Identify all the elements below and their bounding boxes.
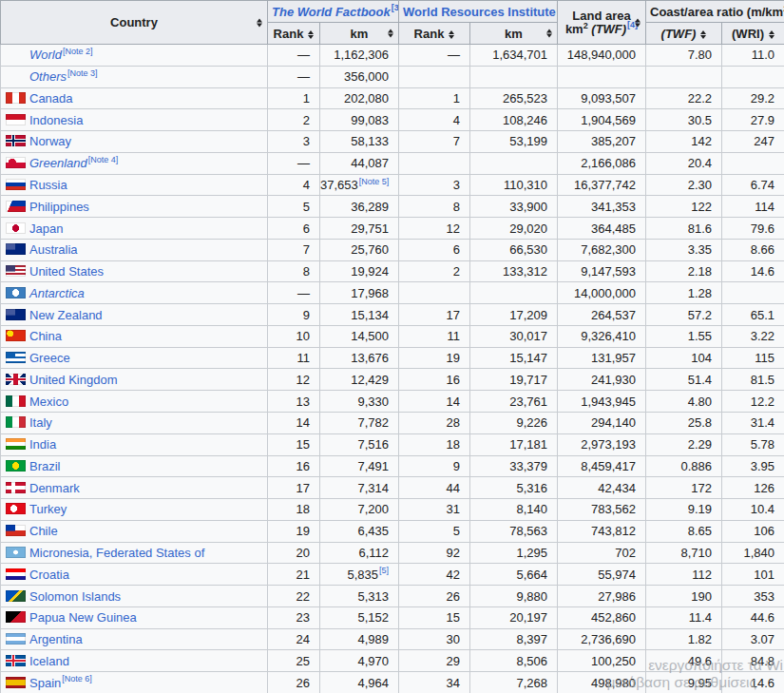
wri-rank-cell: 44 <box>399 477 470 499</box>
table-row: Greenland[Note 4]—44,0872,166,08620.4 <box>1 152 784 174</box>
country-link[interactable]: Chile <box>29 524 58 538</box>
table-row: Brazil167,491933,3798,459,4170.8863.95 <box>1 455 784 477</box>
country-cell: World[Note 2] <box>1 45 268 67</box>
country-link[interactable]: Iceland <box>29 654 69 668</box>
sort-icon[interactable] <box>546 29 552 38</box>
wri-rank-cell <box>399 152 470 174</box>
country-link[interactable]: Micronesia, Federated States of <box>29 546 204 560</box>
country-link[interactable]: Croatia <box>29 568 69 582</box>
twf-km-cell: 44,087 <box>320 152 399 174</box>
country-link[interactable]: Philippines <box>29 200 89 214</box>
country-link[interactable]: Greenland <box>29 156 87 170</box>
note-link[interactable]: [5] <box>379 566 389 575</box>
world-resources-institute-link[interactable]: World Resources Institute <box>403 5 556 19</box>
note-link[interactable]: [Note 3] <box>67 68 98 78</box>
wri-rank-cell: 7 <box>399 131 470 153</box>
country-link[interactable]: China <box>29 329 62 343</box>
sort-icon[interactable] <box>388 29 393 38</box>
country-link[interactable]: Russia <box>29 178 67 192</box>
wri-km-cell: 133,312 <box>470 260 558 282</box>
country-link[interactable]: Argentina <box>29 632 83 646</box>
sort-icon[interactable] <box>769 30 774 39</box>
ref-3-link[interactable]: [3] <box>392 3 399 12</box>
sort-icon[interactable] <box>700 30 706 39</box>
column-header-land-area[interactable]: Land area km2 (TWF)[4] <box>558 1 646 45</box>
country-link[interactable]: Italy <box>29 415 52 430</box>
table-row: Indonesia299,0834108,2461,904,56930.527.… <box>1 109 784 131</box>
country-link[interactable]: World <box>29 48 62 62</box>
country-link[interactable]: United States <box>29 264 104 279</box>
table-row: China1014,5001130,0179,326,4101.553.22 <box>1 325 784 347</box>
note-link[interactable]: [Note 5] <box>359 177 390 186</box>
ratio-wri-cell: 6.74 <box>722 174 784 196</box>
land-area-cell: 7,682,300 <box>558 239 646 260</box>
twf-rank-cell: 13 <box>268 391 320 413</box>
sort-icon[interactable] <box>635 18 641 27</box>
sort-icon[interactable] <box>449 30 454 39</box>
country-cell: Antarctica <box>1 282 268 304</box>
column-header-ratio-twf[interactable]: (TWF) <box>646 23 722 45</box>
note-link[interactable]: [Note 2] <box>63 47 93 56</box>
column-header-wri-rank[interactable]: Rank <box>399 23 470 45</box>
wri-rank-cell: 30 <box>399 628 470 650</box>
note-link[interactable]: [Note 6] <box>62 674 92 683</box>
table-row: Russia437,653[Note 5]3110,31016,377,7422… <box>1 174 784 196</box>
country-link[interactable]: Denmark <box>29 481 80 495</box>
sort-icon[interactable] <box>257 18 262 27</box>
country-link[interactable]: Antarctica <box>29 286 85 300</box>
ratio-wri-cell: 106 <box>722 520 784 542</box>
country-link[interactable]: Solomon Islands <box>29 589 121 604</box>
country-link[interactable]: Brazil <box>29 459 61 473</box>
country-link[interactable]: Turkey <box>29 502 67 516</box>
country-link[interactable]: New Zealand <box>29 308 103 322</box>
land-area-cell: 241,930 <box>558 369 646 391</box>
column-header-twf-rank[interactable]: Rank <box>268 23 320 45</box>
country-link[interactable]: United Kingdom <box>29 373 118 387</box>
land-area-cell: 148,940,000 <box>558 45 646 67</box>
twf-km-cell: 15,134 <box>320 304 399 326</box>
country-cell: United States <box>1 260 268 282</box>
table-row: Greece1113,6761915,147131,957104115 <box>1 347 784 369</box>
country-link[interactable]: Australia <box>29 242 78 257</box>
country-link[interactable]: Japan <box>29 221 63 236</box>
world-factbook-link[interactable]: The World Factbook <box>272 5 391 19</box>
flag-icon <box>6 677 26 688</box>
land-area-cell: 743,812 <box>558 520 646 542</box>
wri-rank-cell: 5 <box>399 520 470 542</box>
country-link[interactable]: Norway <box>29 134 71 148</box>
twf-km-cell: 13,676 <box>320 347 399 369</box>
country-cell: Argentina <box>1 628 268 650</box>
country-link[interactable]: Indonesia <box>29 113 83 127</box>
wri-km-cell: 8,506 <box>470 650 558 672</box>
column-header-country[interactable]: Country <box>1 1 268 45</box>
ratio-wri-cell: 8.66 <box>722 239 784 260</box>
ratio-wri-cell: 11.0 <box>722 45 784 67</box>
wri-rank-cell: — <box>399 45 470 67</box>
flag-icon <box>6 655 26 666</box>
country-cell: Canada <box>1 87 268 109</box>
country-cell: Mexico <box>1 391 268 413</box>
column-header-twf-km[interactable]: km <box>320 23 399 45</box>
country-link[interactable]: Papua New Guinea <box>29 610 137 625</box>
table-header: Country The World Factbook[3] World Reso… <box>1 1 784 45</box>
twf-km-cell: 25,760 <box>320 239 399 260</box>
country-cell: Spain[Note 6] <box>1 672 268 693</box>
country-link[interactable]: Others <box>29 69 67 84</box>
country-cell: Brazil <box>1 455 268 477</box>
country-link[interactable]: Canada <box>29 91 73 106</box>
country-link[interactable]: Greece <box>29 351 70 365</box>
ratio-twf-cell: 2.29 <box>646 433 722 455</box>
country-link[interactable]: Mexico <box>29 395 68 409</box>
twf-rank-cell: 18 <box>268 499 320 521</box>
twf-rank-cell: 11 <box>268 347 320 369</box>
column-header-wri-km[interactable]: km <box>470 23 558 45</box>
flag-icon <box>6 92 26 104</box>
country-link[interactable]: India <box>29 437 56 452</box>
land-area-cell: 100,250 <box>558 650 646 672</box>
note-link[interactable]: [Note 4] <box>88 155 119 164</box>
column-header-ratio-wri[interactable]: (WRI) <box>722 23 784 45</box>
table-row: United States819,9242133,3129,147,5932.1… <box>1 260 784 282</box>
flag-icon <box>6 590 26 602</box>
country-link[interactable]: Spain <box>29 676 61 690</box>
sort-icon[interactable] <box>308 30 314 39</box>
